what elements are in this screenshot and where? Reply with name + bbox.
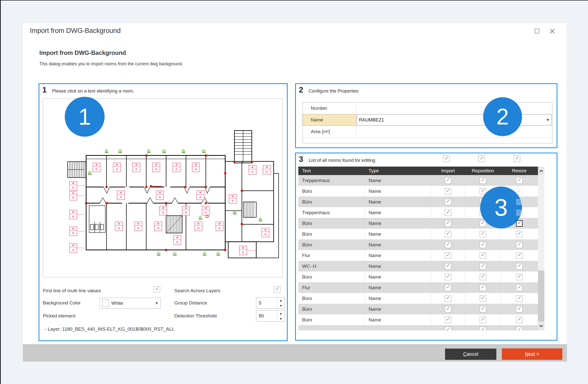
room-type: Name xyxy=(365,304,431,314)
reposition-checkbox[interactable]: ✓ xyxy=(480,317,486,323)
resize-checkbox[interactable]: ✓ xyxy=(516,327,523,330)
import-checkbox[interactable]: ✓ xyxy=(445,327,451,330)
import-checkbox[interactable]: ✓ xyxy=(445,317,451,323)
import-checkbox[interactable]: ✓ xyxy=(445,220,451,227)
table-scrollbar[interactable] xyxy=(538,167,544,330)
table-row[interactable]: Büro Name ✓ ✓ ✓ xyxy=(298,239,538,250)
import-checkbox[interactable]: ✓ xyxy=(445,242,451,248)
first-line-checkbox[interactable]: ✓ xyxy=(154,286,160,293)
reposition-checkbox[interactable]: ✓ xyxy=(480,263,486,270)
column-header-type[interactable]: Type xyxy=(365,168,431,174)
property-value-name[interactable]: RAUMBEZ1 ▼ xyxy=(357,114,552,125)
check-icon: ✓ xyxy=(446,230,451,236)
import-checkbox[interactable]: ✓ xyxy=(445,199,451,205)
column-header-import[interactable]: Import xyxy=(431,168,465,174)
table-row[interactable]: Treppenhaus Name ✓ ✓ ✓ xyxy=(298,175,538,186)
scroll-down-icon[interactable] xyxy=(538,322,544,330)
scrollbar-thumb[interactable] xyxy=(538,271,544,322)
resize-checkbox[interactable]: ✓ xyxy=(516,295,523,302)
spinner-up-icon[interactable]: ▲ xyxy=(277,310,284,316)
detection-threshold-value: 80 xyxy=(256,310,277,321)
resize-checkbox[interactable]: ✓ xyxy=(516,242,523,248)
import-checkbox[interactable]: ✓ xyxy=(445,285,451,291)
resize-checkbox[interactable]: ✓ xyxy=(516,263,523,270)
resize-checkbox[interactable]: ✓ xyxy=(516,199,523,205)
room-text: Flur xyxy=(298,282,365,293)
import-checkbox[interactable]: ✓ xyxy=(445,274,451,280)
table-row[interactable]: Büro Name ✓ ✓ ✓ xyxy=(298,229,538,239)
table-row[interactable]: Flur Name ✓ ✓ ✓ xyxy=(298,250,538,261)
step2-title: Configure the Properties xyxy=(309,88,359,94)
import-checkbox[interactable]: ✓ xyxy=(445,188,451,194)
property-value-area[interactable] xyxy=(356,126,552,137)
check-icon: ✓ xyxy=(517,284,522,290)
detection-threshold-input[interactable]: 80 ▲ ▼ xyxy=(256,310,285,322)
resize-checkbox[interactable]: ✓ xyxy=(516,252,523,259)
import-checkbox[interactable]: ✓ xyxy=(445,231,451,237)
step3-title: List of all rooms found for editing xyxy=(309,158,375,163)
room-text: Treppenhaus xyxy=(298,207,365,218)
step1-title: Please click on a text identifying a roo… xyxy=(52,88,134,94)
spinner-up-icon[interactable]: ▲ xyxy=(277,297,284,303)
reposition-checkbox[interactable]: ✓ xyxy=(480,274,486,280)
import-checkbox[interactable]: ✓ xyxy=(445,295,451,302)
resize-checkbox[interactable]: ✓ xyxy=(516,306,523,312)
column-header-resize[interactable]: Resize xyxy=(501,168,538,174)
table-row[interactable]: Büro Name ✓ ✓ ✓ xyxy=(298,272,538,282)
spinner-down-icon[interactable]: ▼ xyxy=(277,316,284,321)
check-icon: ✓ xyxy=(481,241,485,247)
resize-checkbox[interactable]: ✓ xyxy=(516,285,523,291)
group-distance-input[interactable]: 5 ▲ ▼ xyxy=(256,297,285,309)
check-icon: ✓ xyxy=(446,295,451,301)
step2-number: 2 xyxy=(299,86,303,95)
resize-checkbox[interactable]: ✓ xyxy=(516,177,523,184)
close-icon[interactable]: × xyxy=(549,28,556,34)
reposition-checkbox[interactable]: ✓ xyxy=(480,295,486,302)
next-button[interactable]: Next > xyxy=(502,348,562,360)
step1-badge: 1 xyxy=(65,97,105,137)
table-row[interactable]: Flur Name ✓ ✓ ✓ xyxy=(298,282,538,293)
maximize-icon[interactable] xyxy=(535,29,539,33)
cancel-button[interactable]: Cancel xyxy=(445,349,496,360)
table-row[interactable]: Büro Name ✓ ✓ ✓ xyxy=(298,314,538,325)
import-checkbox[interactable]: ✓ xyxy=(445,306,451,312)
select-all-resize-checkbox[interactable]: ✓ xyxy=(514,156,520,162)
resize-checkbox[interactable]: ✓ xyxy=(516,220,523,227)
name-dropdown-arrow-icon[interactable]: ▼ xyxy=(547,118,549,122)
white-color-swatch xyxy=(102,299,109,307)
column-header-text[interactable]: Text xyxy=(298,168,365,174)
table-row[interactable]: WC- H Name ✓ ✓ ✓ xyxy=(298,261,538,272)
room-text: WC- H xyxy=(298,261,365,272)
rooms-table-header: Text Type Import Reposition Resize xyxy=(298,167,538,175)
resize-checkbox[interactable]: ✓ xyxy=(516,274,523,280)
reposition-checkbox[interactable]: ✓ xyxy=(480,306,486,312)
footer-bar: Cancel Next > xyxy=(23,344,567,362)
resize-checkbox[interactable]: ✓ xyxy=(516,317,523,323)
import-checkbox[interactable]: ✓ xyxy=(445,263,451,270)
reposition-checkbox[interactable]: ✓ xyxy=(480,242,486,248)
reposition-checkbox[interactable]: ✓ xyxy=(480,177,486,184)
spinner-down-icon[interactable]: ▼ xyxy=(277,303,284,308)
room-type: Name xyxy=(365,175,431,186)
import-checkbox[interactable]: ✓ xyxy=(445,252,451,259)
reposition-checkbox[interactable]: ✓ xyxy=(480,252,486,259)
reposition-checkbox[interactable]: ✓ xyxy=(480,231,486,237)
resize-checkbox[interactable]: ✓ xyxy=(516,231,523,237)
resize-checkbox[interactable]: ✓ xyxy=(516,188,523,194)
import-checkbox[interactable]: ✓ xyxy=(445,209,451,216)
column-header-reposition[interactable]: Reposition xyxy=(465,168,501,174)
room-type: Name xyxy=(365,272,431,282)
reposition-checkbox[interactable]: ✓ xyxy=(480,327,486,330)
reposition-checkbox[interactable]: ✓ xyxy=(480,285,486,291)
select-all-import-checkbox[interactable]: ✓ xyxy=(443,156,450,162)
reposition-checkbox[interactable]: ✓ xyxy=(480,188,486,194)
background-color-dropdown[interactable]: White ▼ xyxy=(100,298,161,309)
property-value-number[interactable] xyxy=(356,102,552,114)
import-checkbox[interactable]: ✓ xyxy=(445,177,451,184)
table-row[interactable]: Büro Name ✓ ✓ ✓ xyxy=(298,293,538,304)
scroll-up-icon[interactable] xyxy=(538,167,544,175)
select-all-reposition-checkbox[interactable]: ✓ xyxy=(478,156,485,162)
search-across-checkbox[interactable]: ✓ xyxy=(274,286,280,293)
table-row[interactable]: Büro Name ✓ ✓ ✓ xyxy=(298,304,538,314)
resize-checkbox[interactable]: ✓ xyxy=(516,209,523,216)
